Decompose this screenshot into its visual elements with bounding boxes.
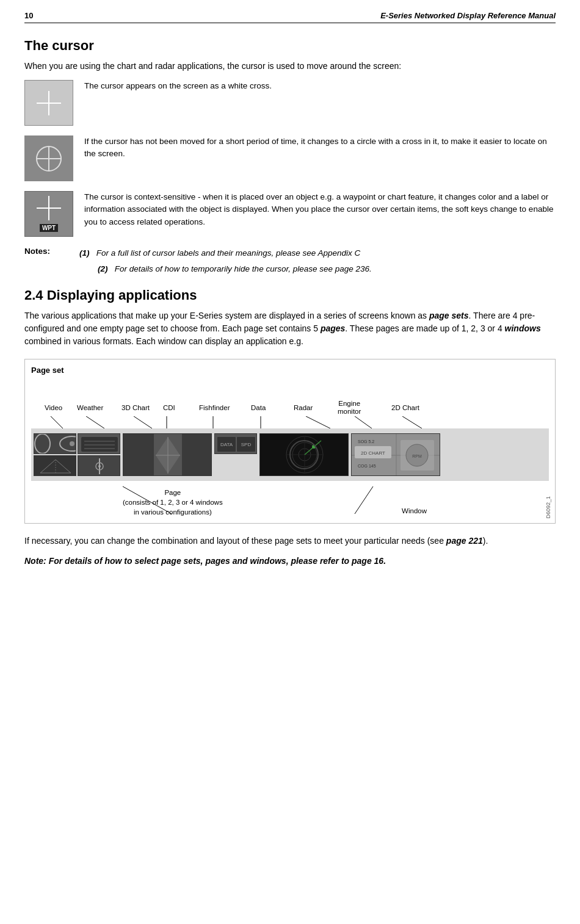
cursor-image-white-cross xyxy=(24,80,73,126)
thumb-weather xyxy=(78,433,120,454)
2d-chart-svg: SOG 5.2 COG 145 2D CHART RPM xyxy=(352,434,440,476)
cursor-type-1-text: The cursor appears on the screen as a wh… xyxy=(84,80,272,92)
section-24-intro: The various applications that make up yo… xyxy=(24,309,556,348)
svg-line-7 xyxy=(355,416,372,428)
page-2-group xyxy=(123,433,212,476)
svg-point-41 xyxy=(312,445,316,449)
notes-label: Notes: xyxy=(24,247,79,275)
video-svg xyxy=(51,433,76,454)
3d-svg xyxy=(34,456,76,476)
connector-svg xyxy=(31,416,549,428)
pageset-labels-area: Video Weather 3D Chart CDI Fishfinder Da… xyxy=(31,380,549,416)
label-weather: Weather xyxy=(77,404,103,411)
diagram-id: D6092_1 xyxy=(545,496,551,519)
label-video: Video xyxy=(45,404,62,411)
label-3d-chart: 3D Chart xyxy=(121,404,150,411)
thumb-video xyxy=(34,433,76,454)
note-1-number: (1) xyxy=(79,248,90,258)
cursor-type-3: WPT The cursor is context-sensitive - wh… xyxy=(24,191,556,237)
svg-text:RPM: RPM xyxy=(412,454,422,458)
svg-line-6 xyxy=(306,416,330,428)
svg-text:SOG 5.2: SOG 5.2 xyxy=(358,439,374,444)
svg-line-1 xyxy=(86,416,104,428)
note-1-text: For a full list of cursor labels and the… xyxy=(96,248,360,258)
svg-text:2D CHART: 2D CHART xyxy=(361,450,385,456)
note-text: Note: For details of how to select page … xyxy=(24,555,556,568)
pageset-images-row: DATA SPD xyxy=(31,428,549,481)
page-sets-term: page sets xyxy=(429,311,469,320)
label-2d-chart: 2D Chart xyxy=(391,404,419,411)
svg-line-0 xyxy=(51,416,63,428)
page-4-group xyxy=(259,433,349,476)
bottom-labels-area: Page(consists of 1, 2, 3 or 4 windowsin … xyxy=(31,483,549,517)
page-container: 10 E-Series Networked Display Reference … xyxy=(0,0,580,592)
label-radar: Radar xyxy=(294,404,313,411)
page-5-group: SOG 5.2 COG 145 2D CHART RPM xyxy=(351,433,440,476)
cursor-section: The cursor When you are using the chart … xyxy=(24,38,556,275)
cursor-type-2: If the cursor has not been moved for a s… xyxy=(24,135,556,181)
cursor-image-circle-cross xyxy=(24,135,73,181)
svg-point-36 xyxy=(292,442,317,467)
note-2: (2) For details of how to temporarily hi… xyxy=(98,262,372,276)
thumb-3d xyxy=(34,455,76,476)
thumb-2d-chart: SOG 5.2 COG 145 2D CHART RPM xyxy=(351,433,440,476)
page-3-group: DATA SPD xyxy=(214,433,257,476)
cdi-svg xyxy=(78,456,120,476)
svg-point-37 xyxy=(299,449,311,461)
radar-svg xyxy=(260,433,348,476)
cursor-circle-cross-icon xyxy=(36,146,62,171)
bottom-connector-svg xyxy=(31,483,549,517)
fishfinder-svg xyxy=(123,434,212,476)
label-fishfinder: Fishfinder xyxy=(199,404,230,411)
window-bottom-label: Window xyxy=(402,507,427,514)
cursor-cross-icon xyxy=(37,91,61,115)
svg-text:SPD: SPD xyxy=(241,442,252,447)
page-number: 10 xyxy=(24,11,33,20)
svg-text:DATA: DATA xyxy=(220,442,233,447)
cursor-circle-shape xyxy=(36,146,62,171)
svg-rect-13 xyxy=(81,437,118,452)
pageset-title: Page set xyxy=(31,366,549,375)
thumb-data-1: DATA SPD xyxy=(214,433,257,454)
label-data: Data xyxy=(251,404,266,411)
page-ref-221: page 221 xyxy=(446,536,483,546)
thumb-radar xyxy=(259,433,349,476)
notes-row: Notes: (1) For a full list of cursor lab… xyxy=(24,247,556,275)
svg-point-11 xyxy=(70,441,74,446)
page-bottom-label: Page(consists of 1, 2, 3 or 4 windowsin … xyxy=(123,488,223,517)
wpt-label: WPT xyxy=(40,224,58,232)
connector-lines-area xyxy=(31,416,549,428)
windows-term: windows xyxy=(505,323,541,333)
svg-point-35 xyxy=(286,436,323,473)
svg-text:COG 145: COG 145 xyxy=(358,464,376,468)
thumb-fishfinder-large xyxy=(123,433,212,476)
svg-line-2 xyxy=(134,416,152,428)
svg-line-54 xyxy=(355,486,373,514)
cursor-image-wpt: WPT xyxy=(24,191,73,237)
cursor-notes: Notes: (1) For a full list of cursor lab… xyxy=(24,247,556,275)
svg-point-23 xyxy=(98,465,101,467)
note-2-number: (2) xyxy=(98,264,108,273)
page-header: 10 E-Series Networked Display Reference … xyxy=(24,11,556,23)
section-24: 2.4 Displaying applications The various … xyxy=(24,287,556,568)
note-1: (1) For a full list of cursor labels and… xyxy=(79,247,372,260)
svg-rect-34 xyxy=(260,433,348,476)
cursor-type-2-text: If the cursor has not been moved for a s… xyxy=(84,135,556,161)
cursor-heading: The cursor xyxy=(24,38,556,54)
label-engine-monitor: Enginemonitor xyxy=(338,400,361,417)
data-svg: DATA SPD xyxy=(215,434,257,454)
cursor-intro: When you are using the chart and radar a… xyxy=(24,60,556,73)
cursor-type-1: The cursor appears on the screen as a wh… xyxy=(24,80,556,126)
pageset-diagram: Page set Video Weather 3D Chart CDI Fish… xyxy=(24,359,556,524)
svg-line-8 xyxy=(402,416,422,428)
cursor-wpt-cross-icon xyxy=(37,196,61,220)
cursor-type-3-text: The cursor is context-sensitive - when i… xyxy=(84,191,556,228)
label-cdi: CDI xyxy=(163,404,175,411)
weather-svg xyxy=(78,434,120,454)
page-1-group xyxy=(34,433,120,476)
pages-term: pages xyxy=(321,323,345,333)
thumb-cdi xyxy=(78,455,120,476)
note-2-text: For details of how to temporarily hide t… xyxy=(115,264,372,273)
manual-title: E-Series Networked Display Reference Man… xyxy=(380,11,556,20)
section-24-heading: 2.4 Displaying applications xyxy=(24,287,556,303)
